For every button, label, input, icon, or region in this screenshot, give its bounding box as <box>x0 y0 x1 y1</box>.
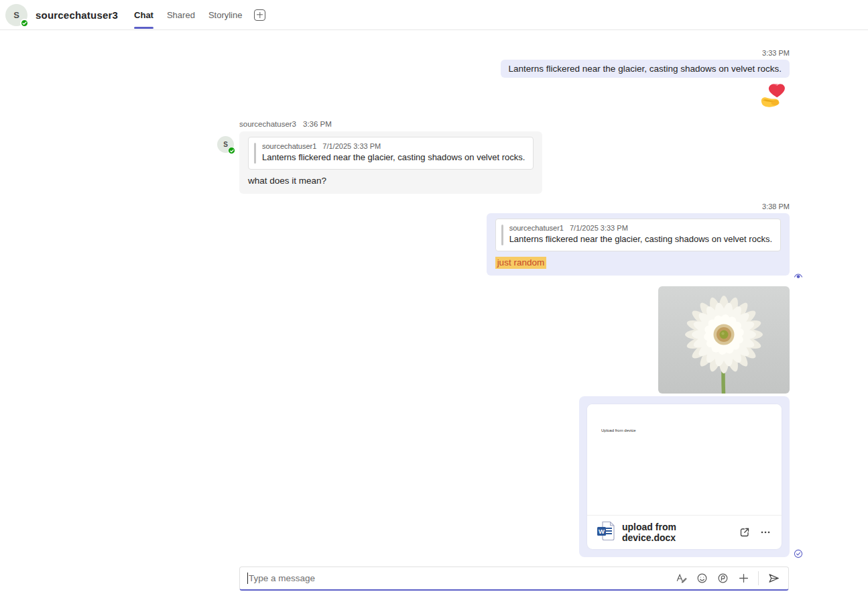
share-icon[interactable] <box>738 526 751 539</box>
avatar[interactable]: S <box>5 4 27 26</box>
message-bubble-file: Upload from device W upload from device.… <box>579 396 790 557</box>
text-caret <box>247 573 248 584</box>
word-docx-icon: W <box>597 521 615 544</box>
message-input[interactable] <box>249 573 673 583</box>
quote-datetime: 7/1/2025 3:33 PM <box>322 141 381 152</box>
quote-text: Lanterns flickered near the glacier, cas… <box>509 233 772 245</box>
quoted-message[interactable]: sourcechatuser1 7/1/2025 3:33 PM Lantern… <box>495 219 781 251</box>
quote-header: sourcechatuser1 7/1/2025 3:33 PM <box>509 223 772 233</box>
timestamp: 3:33 PM <box>762 49 790 57</box>
avatar[interactable]: S <box>217 136 234 153</box>
timestamp: 3:36 PM <box>303 120 332 128</box>
file-preview-text: Upload from device <box>601 428 636 432</box>
tab-bar: Chat Shared Storyline <box>127 0 249 30</box>
message-group-other: sourcechatuser3 3:36 PM S sourcechatuser… <box>239 120 542 194</box>
emoji-icon[interactable] <box>694 571 710 587</box>
loop-icon[interactable] <box>715 571 731 587</box>
add-tab-button[interactable] <box>254 9 265 21</box>
file-name: upload from device.docx <box>622 522 731 543</box>
presence-available-icon <box>20 19 29 27</box>
add-icon[interactable] <box>735 571 751 587</box>
composer-actions <box>673 571 782 587</box>
message-list: 3:33 PM Lanterns flickered near the glac… <box>0 30 868 558</box>
quoted-message[interactable]: sourcechatuser1 7/1/2025 3:33 PM Lantern… <box>248 137 534 170</box>
message-text: what does it mean? <box>248 175 534 187</box>
tab-storyline[interactable]: Storyline <box>202 0 249 30</box>
image-attachment-flower[interactable] <box>658 286 790 394</box>
quote-datetime: 7/1/2025 3:33 PM <box>570 223 628 233</box>
quote-author: sourcechatuser1 <box>509 223 564 233</box>
sender-line: sourcechatuser3 3:36 PM <box>239 120 542 128</box>
timestamp: 3:38 PM <box>762 202 790 211</box>
avatar-initial: S <box>13 10 19 20</box>
highlighted-text: just random <box>495 257 547 269</box>
quote-header: sourcechatuser1 7/1/2025 3:33 PM <box>262 141 525 152</box>
chat-header: S sourcechatuser3 Chat Shared Storyline <box>0 0 868 30</box>
avatar-initial: S <box>223 141 228 148</box>
divider <box>758 571 759 585</box>
message-text: just random <box>495 257 781 269</box>
message-bubble-self: sourcechatuser1 7/1/2025 3:33 PM Lantern… <box>487 213 790 276</box>
message-bubble-self: Lanterns flickered near the glacier, cas… <box>501 60 790 78</box>
sender-name: sourcechatuser3 <box>239 120 296 128</box>
message-composer <box>239 567 789 591</box>
page-title: sourcechatuser3 <box>36 9 118 21</box>
file-card[interactable]: Upload from device W upload from device.… <box>587 404 782 549</box>
svg-text:W: W <box>599 528 605 535</box>
tab-chat[interactable]: Chat <box>127 0 160 30</box>
heart-in-hand-emoji[interactable] <box>759 81 790 111</box>
seen-eye-icon <box>794 272 803 281</box>
message-bubble-other: sourcechatuser1 7/1/2025 3:33 PM Lantern… <box>239 131 542 194</box>
presence-available-icon <box>228 147 235 154</box>
sent-check-icon <box>794 549 803 558</box>
quote-author: sourcechatuser1 <box>262 141 316 152</box>
tab-shared[interactable]: Shared <box>160 0 202 30</box>
message-text: Lanterns flickered near the glacier, cas… <box>509 64 782 74</box>
file-footer: W upload from device.docx <box>587 515 782 549</box>
quote-text: Lanterns flickered near the glacier, cas… <box>262 152 525 164</box>
file-preview: Upload from device <box>587 404 782 515</box>
more-options-icon[interactable] <box>759 526 772 539</box>
format-icon[interactable] <box>673 571 689 587</box>
send-icon[interactable] <box>765 571 782 587</box>
